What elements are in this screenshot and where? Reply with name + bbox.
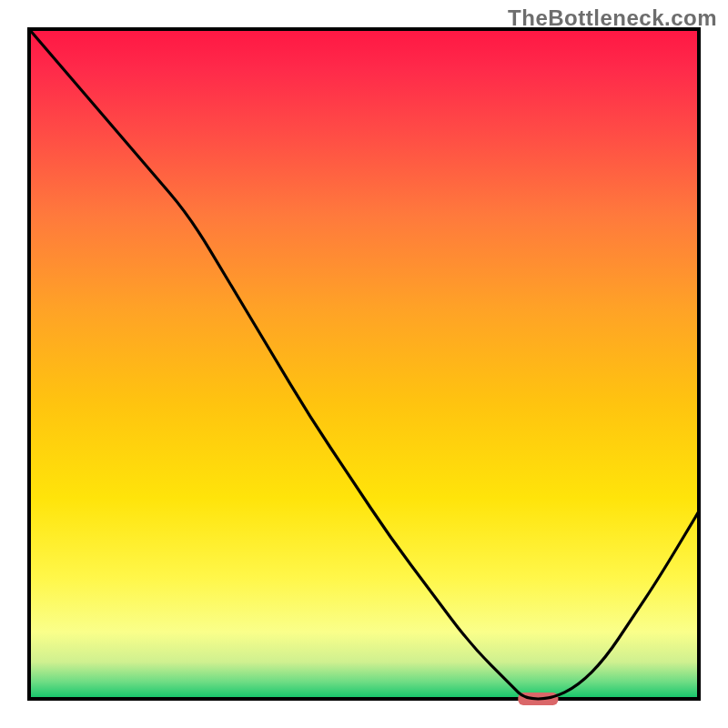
gradient-background xyxy=(29,29,699,699)
bottleneck-chart xyxy=(0,0,728,728)
watermark-text: TheBottleneck.com xyxy=(508,5,717,31)
chart-container: TheBottleneck.com xyxy=(0,0,728,728)
